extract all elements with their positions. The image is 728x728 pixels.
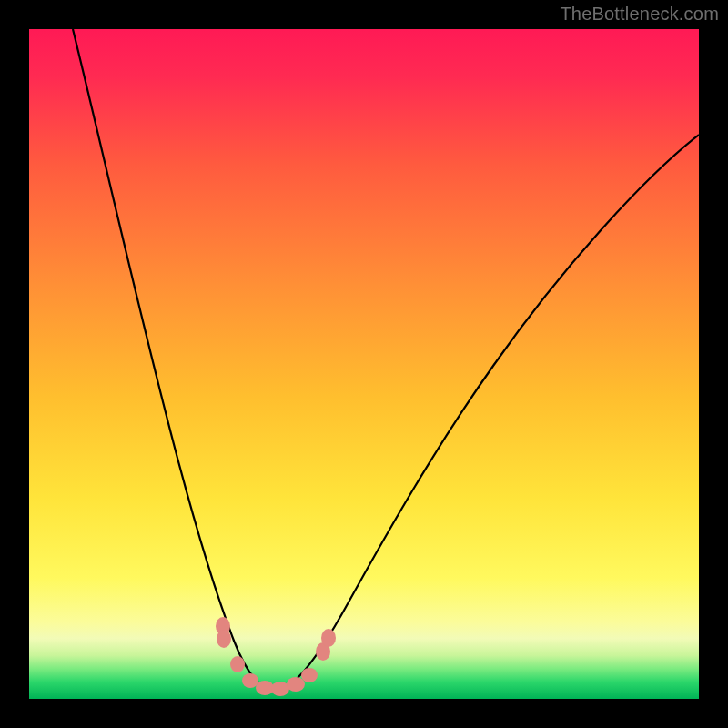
- watermark-text: TheBottleneck.com: [560, 4, 719, 25]
- marker-dot: [217, 630, 231, 648]
- gradient-background: [29, 29, 699, 699]
- marker-dot: [230, 656, 245, 672]
- marker-dot: [321, 629, 336, 647]
- marker-dot: [287, 677, 305, 692]
- plot-area: [29, 29, 699, 699]
- marker-dot: [301, 668, 318, 682]
- chart-frame: TheBottleneck.com: [0, 0, 728, 728]
- marker-dot: [271, 682, 289, 696]
- marker-dot: [256, 681, 274, 695]
- plot-svg: [29, 29, 699, 699]
- marker-dot: [242, 673, 258, 688]
